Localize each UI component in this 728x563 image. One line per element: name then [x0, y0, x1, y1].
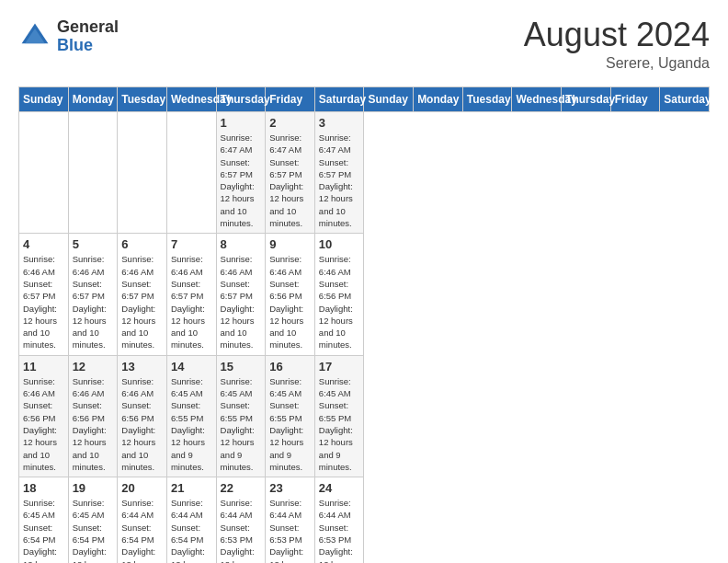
col-header-saturday: Saturday — [314, 87, 364, 112]
col-header-saturday: Saturday — [660, 87, 710, 112]
col-header-friday: Friday — [266, 87, 315, 112]
day-number: 18 — [23, 481, 64, 495]
day-number: 12 — [73, 360, 114, 373]
calendar-cell-4 — [166, 112, 216, 234]
col-header-monday: Monday — [414, 87, 463, 112]
day-number: 20 — [121, 481, 163, 495]
logo: General Blue — [18, 18, 119, 55]
calendar-cell-18: 14Sunrise: 6:45 AM Sunset: 6:55 PM Dayli… — [166, 355, 216, 477]
calendar-cell-3 — [118, 112, 167, 234]
col-header-sunday: Sunday — [19, 87, 69, 112]
day-number: 4 — [23, 237, 64, 251]
calendar-cell-11: 7Sunrise: 6:46 AM Sunset: 6:57 PM Daylig… — [166, 234, 216, 355]
calendar-cell-13: 9Sunrise: 6:46 AM Sunset: 6:56 PM Daylig… — [266, 234, 315, 355]
day-info: Sunrise: 6:44 AM Sunset: 6:53 PM Dayligh… — [319, 497, 360, 563]
day-info: Sunrise: 6:46 AM Sunset: 6:57 PM Dayligh… — [121, 253, 163, 350]
day-info: Sunrise: 6:44 AM Sunset: 6:54 PM Dayligh… — [171, 497, 212, 563]
col-header-monday: Monday — [68, 87, 118, 112]
logo-text: General Blue — [57, 18, 119, 55]
calendar-cell-22: 18Sunrise: 6:45 AM Sunset: 6:54 PM Dayli… — [19, 477, 69, 563]
calendar-cell-10: 6Sunrise: 6:46 AM Sunset: 6:57 PM Daylig… — [118, 234, 167, 355]
calendar-cell-25: 21Sunrise: 6:44 AM Sunset: 6:54 PM Dayli… — [166, 477, 216, 563]
day-number: 21 — [171, 481, 212, 495]
calendar-cell-19: 15Sunrise: 6:45 AM Sunset: 6:55 PM Dayli… — [216, 355, 266, 477]
day-info: Sunrise: 6:44 AM Sunset: 6:53 PM Dayligh… — [269, 497, 311, 563]
col-header-sunday: Sunday — [364, 87, 414, 112]
col-header-wednesday: Wednesday — [512, 87, 562, 112]
day-info: Sunrise: 6:46 AM Sunset: 6:57 PM Dayligh… — [73, 253, 114, 350]
calendar-cell-28: 24Sunrise: 6:44 AM Sunset: 6:53 PM Dayli… — [314, 477, 364, 563]
day-info: Sunrise: 6:46 AM Sunset: 6:57 PM Dayligh… — [221, 253, 262, 350]
page-header: General Blue August 2024 Serere, Uganda — [18, 18, 710, 72]
col-header-thursday: Thursday — [562, 87, 611, 112]
day-info: Sunrise: 6:46 AM Sunset: 6:57 PM Dayligh… — [23, 253, 64, 350]
day-info: Sunrise: 6:46 AM Sunset: 6:56 PM Dayligh… — [23, 375, 64, 473]
calendar-cell-14: 10Sunrise: 6:46 AM Sunset: 6:56 PM Dayli… — [314, 234, 364, 355]
day-info: Sunrise: 6:46 AM Sunset: 6:57 PM Dayligh… — [171, 253, 212, 350]
logo-blue: Blue — [57, 37, 119, 55]
calendar-cell-15: 11Sunrise: 6:46 AM Sunset: 6:56 PM Dayli… — [19, 355, 69, 477]
day-number: 10 — [319, 237, 360, 251]
week-row-3: 11Sunrise: 6:46 AM Sunset: 6:56 PM Dayli… — [19, 355, 710, 477]
week-row-4: 18Sunrise: 6:45 AM Sunset: 6:54 PM Dayli… — [19, 477, 710, 563]
day-number: 2 — [269, 116, 311, 130]
col-header-tuesday: Tuesday — [118, 87, 167, 112]
day-info: Sunrise: 6:45 AM Sunset: 6:54 PM Dayligh… — [73, 497, 114, 563]
day-info: Sunrise: 6:44 AM Sunset: 6:53 PM Dayligh… — [221, 497, 262, 563]
calendar-cell-24: 20Sunrise: 6:44 AM Sunset: 6:54 PM Dayli… — [118, 477, 167, 563]
calendar-cell-7: 3Sunrise: 6:47 AM Sunset: 6:57 PM Daylig… — [314, 112, 364, 234]
calendar-cell-16: 12Sunrise: 6:46 AM Sunset: 6:56 PM Dayli… — [68, 355, 118, 477]
calendar-header-row: SundayMondayTuesdayWednesdayThursdayFrid… — [19, 87, 710, 112]
calendar-cell-26: 22Sunrise: 6:44 AM Sunset: 6:53 PM Dayli… — [216, 477, 266, 563]
day-info: Sunrise: 6:45 AM Sunset: 6:55 PM Dayligh… — [221, 375, 262, 473]
week-row-1: 1Sunrise: 6:47 AM Sunset: 6:57 PM Daylig… — [19, 112, 710, 234]
day-number: 17 — [319, 360, 360, 373]
calendar-cell-12: 8Sunrise: 6:46 AM Sunset: 6:57 PM Daylig… — [216, 234, 266, 355]
day-info: Sunrise: 6:46 AM Sunset: 6:56 PM Dayligh… — [269, 253, 311, 350]
day-info: Sunrise: 6:45 AM Sunset: 6:55 PM Dayligh… — [171, 375, 212, 473]
calendar-cell-17: 13Sunrise: 6:46 AM Sunset: 6:56 PM Dayli… — [118, 355, 167, 477]
day-info: Sunrise: 6:47 AM Sunset: 6:57 PM Dayligh… — [221, 132, 262, 229]
calendar-table: SundayMondayTuesdayWednesdayThursdayFrid… — [18, 86, 710, 563]
day-info: Sunrise: 6:46 AM Sunset: 6:56 PM Dayligh… — [121, 375, 163, 473]
col-header-thursday: Thursday — [216, 87, 266, 112]
day-number: 24 — [319, 481, 360, 495]
calendar-cell-23: 19Sunrise: 6:45 AM Sunset: 6:54 PM Dayli… — [68, 477, 118, 563]
month-year: August 2024 — [524, 18, 710, 52]
day-number: 16 — [269, 360, 311, 373]
day-number: 9 — [269, 237, 311, 251]
day-number: 7 — [171, 237, 212, 251]
day-info: Sunrise: 6:47 AM Sunset: 6:57 PM Dayligh… — [269, 132, 311, 229]
day-info: Sunrise: 6:47 AM Sunset: 6:57 PM Dayligh… — [319, 132, 360, 229]
day-number: 11 — [23, 360, 64, 373]
day-number: 13 — [121, 360, 163, 373]
logo-general: General — [57, 18, 119, 37]
calendar-cell-6: 2Sunrise: 6:47 AM Sunset: 6:57 PM Daylig… — [266, 112, 315, 234]
location: Serere, Uganda — [524, 55, 710, 72]
col-header-friday: Friday — [610, 87, 660, 112]
calendar-cell-5: 1Sunrise: 6:47 AM Sunset: 6:57 PM Daylig… — [216, 112, 266, 234]
calendar-cell-20: 16Sunrise: 6:45 AM Sunset: 6:55 PM Dayli… — [266, 355, 315, 477]
calendar-cell-8: 4Sunrise: 6:46 AM Sunset: 6:57 PM Daylig… — [19, 234, 69, 355]
calendar-cell-9: 5Sunrise: 6:46 AM Sunset: 6:57 PM Daylig… — [68, 234, 118, 355]
day-number: 3 — [319, 116, 360, 130]
calendar-cell-27: 23Sunrise: 6:44 AM Sunset: 6:53 PM Dayli… — [266, 477, 315, 563]
day-number: 22 — [221, 481, 262, 495]
title-section: August 2024 Serere, Uganda — [524, 18, 710, 72]
day-number: 5 — [73, 237, 114, 251]
day-info: Sunrise: 6:44 AM Sunset: 6:54 PM Dayligh… — [121, 497, 163, 563]
day-info: Sunrise: 6:46 AM Sunset: 6:56 PM Dayligh… — [73, 375, 114, 473]
day-number: 1 — [221, 116, 262, 130]
day-number: 14 — [171, 360, 212, 373]
day-number: 23 — [269, 481, 311, 495]
day-number: 19 — [73, 481, 114, 495]
day-info: Sunrise: 6:46 AM Sunset: 6:56 PM Dayligh… — [319, 253, 360, 350]
week-row-2: 4Sunrise: 6:46 AM Sunset: 6:57 PM Daylig… — [19, 234, 710, 355]
day-info: Sunrise: 6:45 AM Sunset: 6:55 PM Dayligh… — [269, 375, 311, 473]
col-header-wednesday: Wednesday — [166, 87, 216, 112]
col-header-tuesday: Tuesday — [462, 87, 512, 112]
calendar-cell-1 — [19, 112, 69, 234]
logo-icon — [18, 20, 51, 53]
day-number: 15 — [221, 360, 262, 373]
day-info: Sunrise: 6:45 AM Sunset: 6:55 PM Dayligh… — [319, 375, 360, 473]
